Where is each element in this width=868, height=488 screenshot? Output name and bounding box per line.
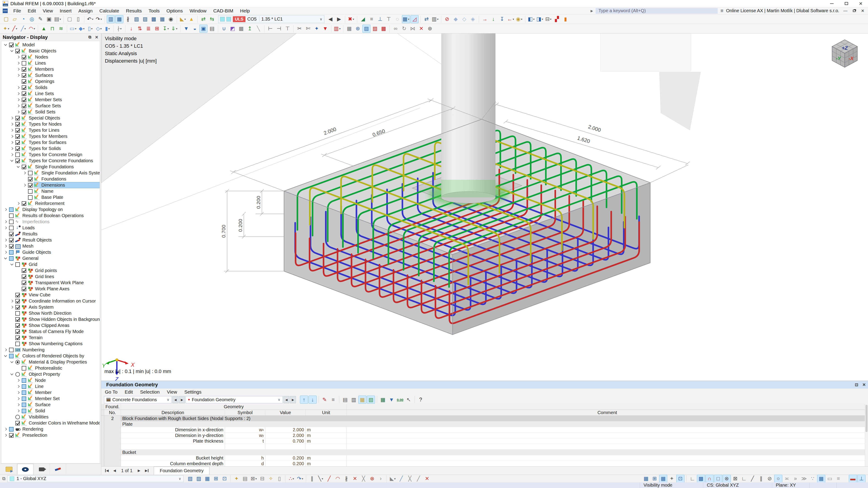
object-snap-icon[interactable]: ✧ xyxy=(267,475,275,483)
polar-icon[interactable]: ╱ xyxy=(325,475,333,483)
tree-item-display-topology-on[interactable]: Display Topology on xyxy=(1,206,100,213)
close-button[interactable]: ✕ xyxy=(854,0,868,7)
cell-description[interactable]: Dimension in y-direction xyxy=(121,433,225,438)
tree-radio[interactable] xyxy=(16,372,20,377)
tree-item-special-objects[interactable]: Special Objects xyxy=(1,115,100,121)
expand-arrow-icon[interactable] xyxy=(16,98,20,102)
tree-item-surfaces[interactable]: Surfaces xyxy=(1,72,100,78)
panel-menu-go-to[interactable]: Go To xyxy=(101,389,121,395)
cell-comment[interactable] xyxy=(347,438,868,444)
menu-cad-bim[interactable]: CAD-BIM xyxy=(210,7,237,14)
tree-item-node[interactable]: Node xyxy=(1,377,100,383)
decimals-icon[interactable]: 0.00 xyxy=(396,396,404,404)
subsection-title[interactable]: Plate xyxy=(121,421,868,427)
tree-item-results-of-boolean-operations[interactable]: Results of Boolean Operations xyxy=(1,213,100,219)
table-scrollbar[interactable] xyxy=(865,404,868,466)
expand-arrow-icon[interactable] xyxy=(16,67,20,71)
tree-checkbox[interactable] xyxy=(22,86,26,90)
navigator-tab-project[interactable] xyxy=(1,464,17,475)
table-select-combo[interactable]: • Foundation Geometry ∨ xyxy=(186,396,283,403)
tree-checkbox[interactable] xyxy=(22,281,26,285)
trim-icon[interactable]: ✄ xyxy=(304,25,312,33)
tree-checkbox[interactable] xyxy=(16,262,20,267)
menu-results[interactable]: Results xyxy=(123,7,145,14)
drop-pin-icon[interactable]: ▼ xyxy=(321,25,329,33)
tree-item-types-for-concrete-foundations[interactable]: Types for Concrete Foundations xyxy=(1,158,100,164)
navigator-tab-results[interactable] xyxy=(50,464,66,475)
no-results-icon[interactable]: ⊘ xyxy=(443,15,451,23)
view-cube-z-label[interactable]: +Z xyxy=(842,45,848,51)
delete-icon[interactable]: ✕ xyxy=(417,25,426,33)
tree-item-member[interactable]: Member xyxy=(1,390,100,396)
line-snap-icon[interactable]: ╱ xyxy=(748,475,756,483)
tree-checkbox[interactable] xyxy=(28,171,33,175)
expand-arrow-icon[interactable] xyxy=(4,433,8,437)
work-plane-4-icon[interactable]: ⊞ xyxy=(212,475,220,483)
table-row-dimension-in-x-direction[interactable]: Dimension in x-directionwx2.000m xyxy=(101,427,868,433)
prev-page-button[interactable]: ◀ xyxy=(111,467,119,474)
tree-checkbox[interactable] xyxy=(16,140,20,145)
collapse-arrow-icon[interactable] xyxy=(4,354,8,358)
filter-values-icon[interactable]: ▼ xyxy=(388,396,396,404)
collapse-arrow-icon[interactable] xyxy=(16,165,20,169)
line-support-icon[interactable]: ⊓ xyxy=(49,25,57,33)
fit-view-icon[interactable]: ▬ xyxy=(849,475,857,483)
sheet-tab-foundation-geometry[interactable]: Foundation Geometry xyxy=(154,466,210,475)
hatch-3-icon[interactable]: ╱ xyxy=(414,475,423,483)
work-plane-3-icon[interactable]: ▦ xyxy=(203,475,211,483)
hatch-2-icon[interactable]: ╳ xyxy=(406,475,414,483)
panel-float-icon[interactable]: ⊡ xyxy=(855,382,858,387)
tree-item-basic-objects[interactable]: Basic Objects xyxy=(1,48,100,54)
navigator-tab-views[interactable] xyxy=(33,464,50,475)
maximize-button[interactable] xyxy=(839,0,854,7)
result-beam-icon[interactable]: ∪ xyxy=(220,25,228,33)
tree-item-types-for-concrete-design[interactable]: Types for Concrete Design xyxy=(1,152,100,158)
tree-item-consider-colors-in-wireframe-model[interactable]: Consider Colors in Wireframe Model xyxy=(1,420,100,426)
cell-value[interactable]: 2.000 xyxy=(266,427,306,433)
cell-description[interactable]: Plate thickness xyxy=(121,438,225,444)
tree-checkbox[interactable] xyxy=(16,116,20,121)
table-category-combo[interactable]: Concrete Foundations ∨ xyxy=(104,396,172,403)
result-edit-icon[interactable]: ✎ xyxy=(320,396,329,404)
tree-item-dimensions[interactable]: Dimensions xyxy=(1,182,100,188)
square-snap-icon[interactable]: □ xyxy=(714,475,722,483)
solid-icon[interactable]: ◆▾ xyxy=(78,25,86,33)
tree-checkbox[interactable] xyxy=(16,317,20,322)
color-scale-icon[interactable]: ◩ xyxy=(228,25,237,33)
microscope-icon[interactable]: ◉▾ xyxy=(515,15,523,23)
tree-item-loads[interactable]: Loads xyxy=(1,225,100,231)
tree-item-guide-objects[interactable]: Guide Objects xyxy=(1,249,100,255)
table-row-bucket-height[interactable]: Bucket heighth0.200m xyxy=(101,455,868,461)
tree-checkbox[interactable] xyxy=(22,110,26,114)
result-table-icon[interactable]: ▦▾ xyxy=(402,15,410,23)
menu-edit[interactable]: Edit xyxy=(24,7,39,14)
expand-arrow-icon[interactable] xyxy=(4,226,8,230)
cell-comment[interactable] xyxy=(347,433,868,438)
view-cube-x-label[interactable]: -X xyxy=(848,56,854,61)
cell-symbol[interactable]: wx xyxy=(225,427,266,433)
tree-item-grid[interactable]: Grid xyxy=(1,261,100,267)
move-neg-icon[interactable]: ←▾ xyxy=(506,15,515,23)
tangent-snap-icon[interactable]: ⊘ xyxy=(766,475,774,483)
tree-checkbox[interactable] xyxy=(22,390,26,395)
tree-item-types-for-solids[interactable]: Types for Solids xyxy=(1,145,100,152)
menu-options[interactable]: Options xyxy=(163,7,186,14)
partial-view-icon[interactable]: ◒ xyxy=(191,25,199,33)
panel-results-icon[interactable]: ▧ xyxy=(132,15,141,23)
tree-checkbox[interactable] xyxy=(16,323,20,328)
tree-checkbox[interactable] xyxy=(9,256,13,261)
tree-item-colors-of-rendered-objects-by[interactable]: Colors of Rendered Objects by xyxy=(1,353,100,359)
tree-checkbox[interactable] xyxy=(16,293,20,297)
guideline-icon[interactable]: ∴▾ xyxy=(287,475,296,483)
tree-item-coordinate-information-on-cursor[interactable]: Coordinate Information on Cursor xyxy=(1,298,100,304)
view-cube[interactable]: +Z -Y -X xyxy=(832,40,857,67)
dimension-label-bucket-y[interactable]: 1.620 xyxy=(577,135,591,144)
guide-a-icon[interactable]: ≍ xyxy=(783,475,791,483)
panel-notes-icon[interactable]: ▦ xyxy=(158,15,166,23)
category-prev-button[interactable]: ◀ xyxy=(173,396,178,403)
menu-help[interactable]: Help xyxy=(237,7,253,14)
tree-item-imperfections[interactable]: Imperfections xyxy=(1,219,100,225)
tree-checkbox[interactable] xyxy=(22,165,26,169)
move-x-icon[interactable]: → xyxy=(481,15,489,23)
tree-checkbox[interactable] xyxy=(22,378,26,383)
